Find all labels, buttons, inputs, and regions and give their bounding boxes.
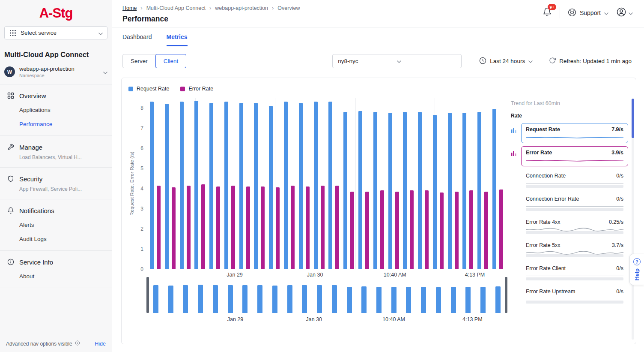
request-rate-bar xyxy=(388,113,392,269)
bar-group xyxy=(299,98,310,269)
error-rate-bar xyxy=(350,192,354,269)
request-rate-bar xyxy=(492,109,496,269)
apps-grid-icon xyxy=(9,29,17,37)
bar-group xyxy=(462,98,473,269)
sidebar-item-applications[interactable]: Applications xyxy=(0,103,112,117)
hide-link[interactable]: Hide xyxy=(95,341,106,347)
sidebar-item-about[interactable]: About xyxy=(0,269,112,283)
bars-layer xyxy=(146,98,507,269)
bar-group xyxy=(433,98,444,269)
breadcrumb-webapp-api-protection[interactable]: webapp-api-protection xyxy=(215,5,268,11)
navigator-right-handle[interactable] xyxy=(505,277,507,313)
time-range-select[interactable]: Last 24 hours xyxy=(479,57,533,66)
page-header: Home › Multi-Cloud App Connect › webapp-… xyxy=(112,0,644,27)
error-rate-bar xyxy=(216,187,220,269)
metric-icon-gutter xyxy=(511,262,521,266)
metric-card-error-rate[interactable]: Error Rate3.9/s xyxy=(521,146,628,166)
breadcrumb-multi-cloud-app-connect[interactable]: Multi-Cloud App Connect xyxy=(146,5,206,11)
metric-card-connection-rate[interactable]: Connection Rate0/s xyxy=(521,169,628,190)
app-title: Multi-Cloud App Connect xyxy=(0,39,112,59)
navigator-bar xyxy=(451,287,456,313)
error-rate-bar xyxy=(484,192,488,269)
metric-card-request-rate[interactable]: Request Rate7.9/s xyxy=(521,123,628,143)
metric-sparkline xyxy=(526,250,623,258)
metric-value: 3.9/s xyxy=(611,150,623,156)
error-rate-bar xyxy=(395,192,399,269)
header-divider xyxy=(560,7,560,18)
y-tick-label: 8 xyxy=(140,105,143,111)
metric-card-error-rate-5xx[interactable]: Error Rate 5xx3.7/s xyxy=(521,239,628,259)
sidebar-item-manage[interactable]: Manage xyxy=(0,138,112,154)
client-toggle-button[interactable]: Client xyxy=(155,54,187,68)
server-client-toggle: Server Client xyxy=(122,54,186,68)
navigator-bar xyxy=(406,287,411,313)
help-button[interactable]: ? Help xyxy=(629,254,644,285)
navigator[interactable] xyxy=(147,277,507,313)
legend-item-request-rate[interactable]: Request Rate xyxy=(128,86,169,92)
brand-logo[interactable]: A-Stg xyxy=(0,0,112,25)
tab-dashboard[interactable]: Dashboard xyxy=(122,33,152,46)
metric-label: Error Rate 4xx xyxy=(526,219,561,225)
refresh-button[interactable]: Refresh: Updated 1 min ago xyxy=(549,57,632,65)
y-tick-label: 6 xyxy=(140,145,143,151)
navigator-bar xyxy=(317,285,322,313)
site-select[interactable]: ny8-nyc xyxy=(332,54,462,68)
breadcrumb-home[interactable]: Home xyxy=(122,5,137,11)
sidebar-item-overview[interactable]: Overview xyxy=(0,87,112,103)
trend-panel: Trend for Last 60min Rate Request Rate7.… xyxy=(511,78,636,344)
help-icon: ? xyxy=(633,258,641,265)
navigator-left-handle[interactable] xyxy=(146,277,149,313)
metric-value: 3.7/s xyxy=(612,242,623,248)
metric-sparkline xyxy=(526,181,623,188)
navigator-bar xyxy=(242,285,247,313)
error-rate-bar xyxy=(157,186,161,269)
tab-metrics[interactable]: Metrics xyxy=(167,33,188,46)
sidebar-item-service-info[interactable]: Service Info xyxy=(0,253,112,269)
metric-label: Error Rate 5xx xyxy=(526,242,561,248)
refresh-icon xyxy=(549,57,556,65)
advanced-nav-note: Advanced nav options visible xyxy=(6,341,72,347)
help-label: Help xyxy=(634,268,640,280)
support-menu[interactable]: Support xyxy=(568,8,608,18)
scrollbar-track xyxy=(632,99,634,340)
metric-card-error-rate-upstream[interactable]: Error Rate Upstream0/s xyxy=(521,285,628,305)
request-rate-bar xyxy=(165,104,169,269)
bar-group xyxy=(209,98,220,269)
request-rate-chart-icon xyxy=(511,123,521,135)
breadcrumb-separator: › xyxy=(209,5,211,11)
metric-card-error-rate-client[interactable]: Error Rate Client0/s xyxy=(521,262,628,282)
request-rate-bar xyxy=(462,113,466,269)
sidebar-item-alerts[interactable]: Alerts xyxy=(0,218,112,232)
request-rate-bar xyxy=(403,112,407,269)
navigator-bar xyxy=(183,285,188,313)
navigator-bar xyxy=(332,285,337,313)
metric-icon-gutter xyxy=(511,169,521,173)
request-rate-bar xyxy=(418,112,422,269)
metric-card-error-rate-4xx[interactable]: Error Rate 4xx0.25/s xyxy=(521,216,628,236)
metric-card-connection-error-rate[interactable]: Connection Error Rate0/s xyxy=(521,193,628,213)
metric-label: Request Rate xyxy=(526,126,560,132)
y-axis-title: Request Rate, Error Rate (/s) xyxy=(128,98,135,269)
info-icon xyxy=(7,258,15,266)
sidebar-item-security[interactable]: Security xyxy=(0,170,112,186)
navigator-bar xyxy=(347,287,352,313)
sidebar-item-audit-logs[interactable]: Audit Logs xyxy=(0,232,112,246)
scrollbar-thumb[interactable] xyxy=(632,99,634,138)
sidebar-item-notifications[interactable]: Notifications xyxy=(0,202,112,218)
metric-label: Error Rate Upstream xyxy=(526,289,575,295)
request-rate-bar xyxy=(477,112,481,269)
select-service-dropdown[interactable]: Select service xyxy=(4,26,107,39)
sidebar-item-performance[interactable]: Performance xyxy=(0,117,112,131)
bar-group xyxy=(403,98,414,269)
metric-value: 0/s xyxy=(616,196,623,202)
server-toggle-button[interactable]: Server xyxy=(122,54,156,68)
namespace-selector[interactable]: W webapp-api-protection Namespace xyxy=(0,59,112,84)
error-rate-bar xyxy=(440,193,444,269)
sidebar: A-Stg Select service Multi-Cloud App Con… xyxy=(0,0,112,352)
main-plot xyxy=(146,98,507,269)
notifications-button[interactable]: 9+ xyxy=(543,7,552,18)
navigator-bar xyxy=(198,285,203,313)
legend-item-error-rate[interactable]: Error Rate xyxy=(180,86,213,92)
account-menu[interactable] xyxy=(616,7,633,19)
bar-group xyxy=(418,98,429,269)
